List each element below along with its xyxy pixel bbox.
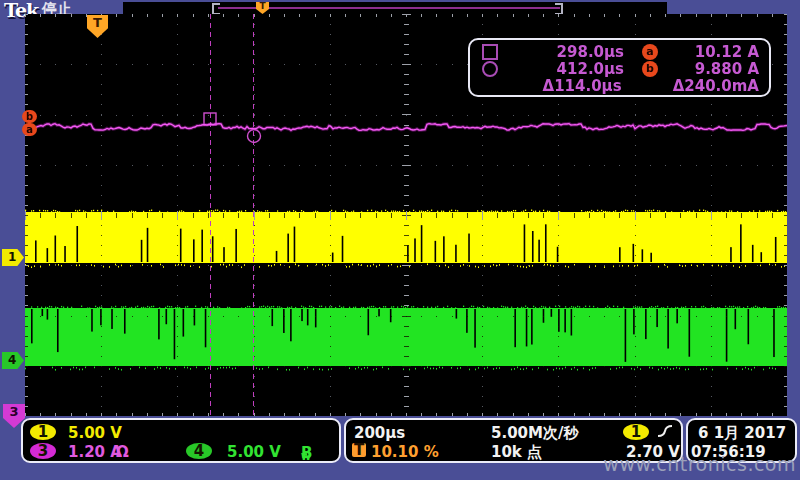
trigger-source-badge: 1: [623, 424, 649, 440]
channel1-scale: 5.00 V: [68, 424, 122, 442]
record-view-bar: T: [123, 2, 667, 14]
channel4-scale: 5.00 V: [227, 443, 281, 461]
cursor-delta-amplitude: Δ240.0mA: [673, 77, 759, 95]
trigger-position-icon: T: [352, 443, 366, 457]
channel1-badge: 1: [30, 424, 56, 440]
cursor-delta-row: Δ114.0µs Δ240.0mA: [482, 77, 759, 94]
cursor2-readout-row: 412.0µs b 9.880 A: [482, 60, 759, 77]
cursor-a-trace-marker: a: [22, 123, 37, 136]
cursor-b-badge: b: [642, 61, 658, 77]
cursor-b-amplitude: 9.880 A: [676, 60, 759, 78]
bandwidth-limit-icon: BW: [301, 444, 311, 462]
channel1-position-marker: 1: [2, 249, 24, 266]
oscilloscope-screen: Tek 停止 T T 298.0µs a 10.12 A 412.0µs b 9…: [0, 0, 800, 480]
cursor2-time: 412.0µs: [512, 60, 624, 78]
channel4-position-marker: 4: [2, 352, 24, 369]
channel4-badge: 4: [186, 443, 212, 459]
trigger-slope-icon: [657, 424, 673, 443]
record-trigger-marker-icon: T: [256, 2, 269, 14]
cursor1-time: 298.0µs: [512, 43, 624, 61]
record-window-line: [218, 7, 560, 9]
trigger-position-readout: 10.10 %: [371, 443, 439, 461]
cursor2-circle-icon: [482, 61, 498, 77]
channel3-scale: 1.20 A: [68, 443, 122, 461]
cursor1-readout-row: 298.0µs a 10.12 A: [482, 43, 759, 60]
cursor-a-badge: a: [642, 44, 658, 60]
timebase-readout: 200µs: [354, 424, 405, 442]
channel3-badge: 3: [30, 443, 56, 459]
sample-rate-readout: 5.00M次/秒: [491, 424, 578, 443]
channel3-coupling: Ω: [116, 443, 129, 461]
cursor1-square-icon: [482, 44, 498, 60]
waveform-display: T 298.0µs a 10.12 A 412.0µs b 9.880 A Δ1…: [25, 14, 787, 416]
cursor-delta-time: Δ114.0µs: [511, 77, 621, 95]
vertical-settings-panel: 1 5.00 V 3 1.20 A Ω 4 5.00 V BW: [21, 418, 341, 463]
cursor-a-amplitude: 10.12 A: [676, 43, 759, 61]
watermark: www.cntronics.com: [603, 453, 796, 475]
date-readout: 6 1月 2017: [698, 424, 786, 443]
record-length-readout: 10k 点: [491, 443, 542, 462]
cursor-readout-panel: 298.0µs a 10.12 A 412.0µs b 9.880 A Δ114…: [468, 38, 771, 97]
cursor-b-trace-marker: b: [22, 110, 37, 123]
